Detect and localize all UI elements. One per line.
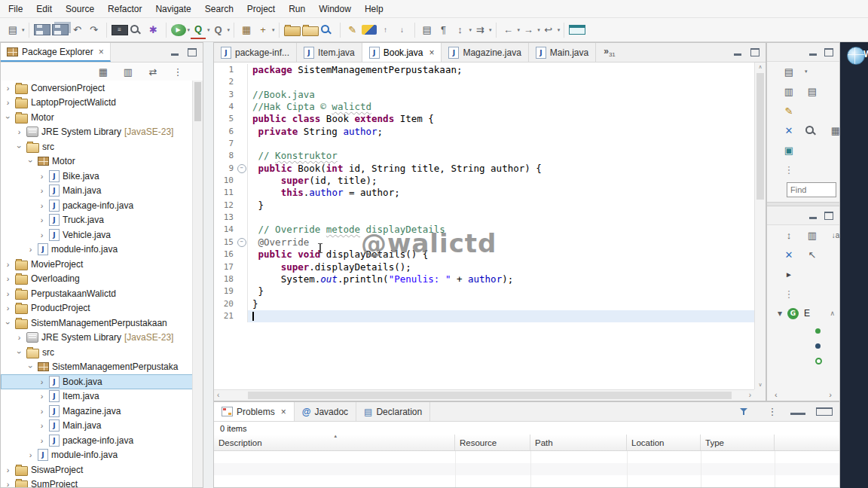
tree-item-src[interactable]: ›src <box>1 345 193 360</box>
search-icon[interactable] <box>130 24 145 35</box>
filter-icon[interactable] <box>739 407 754 416</box>
run-icon[interactable]: ▶ <box>171 24 186 36</box>
code-line[interactable]: 10 super(id, title); <box>214 175 754 187</box>
dropdown-arrow-icon[interactable]: ▾ <box>272 27 275 33</box>
close-view-icon[interactable]: × <box>281 407 286 417</box>
fold-collapse-icon[interactable]: − <box>237 164 246 173</box>
dropdown-arrow-icon[interactable]: ▾ <box>469 27 472 33</box>
tree-item-motor[interactable]: ›Motor <box>1 154 193 169</box>
column-header-type[interactable]: Type <box>701 435 775 450</box>
chevron-collapsed-icon[interactable]: › <box>26 245 35 254</box>
edit-pen-icon[interactable]: ✎ <box>781 102 796 119</box>
dropdown-arrow-icon[interactable]: ▾ <box>207 27 210 33</box>
code-text[interactable] <box>248 310 754 322</box>
dropdown-arrow-icon[interactable]: ▾ <box>518 27 521 33</box>
columns-icon[interactable]: ▥ <box>805 227 820 243</box>
editor-tab-item-java[interactable]: JItem.java <box>297 43 362 62</box>
minimize-icon[interactable] <box>809 217 817 219</box>
editor-vertical-scrollbar[interactable]: ∧∨ <box>754 63 766 389</box>
code-text[interactable]: //Hak Cipta © walictd <box>248 101 754 113</box>
tree-item-vehicle-java[interactable]: ›JVehicle.java <box>1 227 193 242</box>
minimize-icon[interactable] <box>171 53 179 56</box>
fold-collapse-icon[interactable]: − <box>237 238 246 247</box>
code-text[interactable]: super(id, title); <box>248 175 754 187</box>
chevron-collapsed-icon[interactable]: › <box>15 333 23 342</box>
tree-item-module-info-java[interactable]: ›Jmodule-info.java <box>1 242 193 258</box>
code-line[interactable]: 8 // Konstruktor <box>214 150 754 162</box>
menu-file[interactable]: File <box>2 2 29 17</box>
editor-tab-magazine-java[interactable]: JMagazine.java <box>442 43 528 62</box>
chevron-collapsed-icon[interactable]: › <box>38 186 46 195</box>
chevron-collapsed-icon[interactable]: › <box>38 436 46 445</box>
chevron-down-icon[interactable]: ▾ <box>778 308 782 319</box>
tree-item-sistemmanagementperpustaka[interactable]: ›SistemManagementPerpustaka <box>1 360 193 375</box>
code-text[interactable]: // Konstruktor <box>248 150 754 162</box>
dropdown-arrow-icon[interactable]: ▾ <box>537 27 540 33</box>
profile-icon[interactable]: Q <box>211 22 226 38</box>
save-all-icon[interactable] <box>52 24 69 35</box>
minimize-icon[interactable] <box>734 53 741 56</box>
back-icon[interactable]: ← <box>501 22 516 38</box>
code-text[interactable]: public void displayDetails() { <box>248 249 754 261</box>
tab-overflow-indicator[interactable]: »31 <box>604 46 616 58</box>
scroll-right-icon[interactable]: › <box>829 390 832 399</box>
delete-icon[interactable]: ✕ <box>781 122 796 139</box>
code-text[interactable]: } <box>248 200 754 212</box>
tree-item-sumproject[interactable]: ›SumProject <box>1 477 193 488</box>
sort-icon[interactable]: ↕ <box>781 227 796 243</box>
code-text[interactable]: System.out.println("Penulis: " + author)… <box>248 273 754 285</box>
code-line[interactable]: 9− public Book(int id, String title, Str… <box>214 163 754 175</box>
tree-item-sistemmanagementperpustakaan[interactable]: ›SistemManagementPerpustakaan <box>1 316 193 331</box>
rail-tree-item[interactable] <box>767 353 839 368</box>
column-header-path[interactable]: Path <box>530 435 627 450</box>
menu-help[interactable]: Help <box>358 2 390 17</box>
tree-item-jre-system-library-[interactable]: ›JRE System Library [JavaSE-23] <box>1 125 193 140</box>
drag-handle-icon[interactable]: ⋮ <box>781 161 796 178</box>
maximize-icon[interactable] <box>188 48 197 56</box>
code-line[interactable]: 16 public void displayDetails() { <box>214 249 754 261</box>
tree-item-jre-system-library-[interactable]: ›JRE System Library [JavaSE-23] <box>1 331 193 346</box>
tree-item-magazine-java[interactable]: ›JMagazine.java <box>1 404 193 419</box>
grid-small-icon[interactable]: ▦ <box>828 122 840 139</box>
globe-icon[interactable] <box>847 47 865 65</box>
save-icon[interactable] <box>34 24 50 35</box>
chevron-collapsed-icon[interactable]: › <box>4 480 12 487</box>
chevron-expanded-icon[interactable]: › <box>4 319 13 327</box>
select-arrow-icon[interactable]: ► <box>781 266 796 282</box>
view-tab-problems[interactable]: Problems× <box>214 402 295 421</box>
dropdown-arrow-icon[interactable]: ▾ <box>22 27 25 33</box>
chevron-collapsed-icon[interactable]: › <box>15 127 23 136</box>
code-line[interactable]: 7 <box>214 138 754 150</box>
code-line[interactable]: 15− @Override <box>214 236 754 249</box>
tree-item-productproject[interactable]: ›ProductProject <box>1 301 193 316</box>
import-icon[interactable]: ▣ <box>781 142 796 158</box>
minimize-icon[interactable] <box>790 413 805 415</box>
code-text[interactable]: super.displayDetails(); <box>248 261 754 273</box>
tree-item-laptopprojectwalictd[interactable]: ›LaptopProjectWalictd <box>1 96 193 111</box>
status-badge[interactable]: G <box>787 308 799 319</box>
undo-icon[interactable]: ↶ <box>70 22 85 38</box>
tree-item-main-java[interactable]: ›JMain.java <box>1 184 193 199</box>
code-line[interactable]: 11 this.author = author; <box>214 187 754 199</box>
chevron-collapsed-icon[interactable]: › <box>38 421 46 430</box>
chevron-expanded-icon[interactable]: › <box>15 142 24 151</box>
open-console-icon[interactable]: ≡ <box>112 25 128 35</box>
chevron-expanded-icon[interactable]: › <box>4 113 13 121</box>
menu-project[interactable]: Project <box>240 2 282 17</box>
menu-window[interactable]: Window <box>312 2 358 17</box>
dropdown-arrow-icon[interactable]: ▾ <box>188 27 191 33</box>
chevron-collapsed-icon[interactable]: › <box>4 84 12 93</box>
code-text[interactable]: @Override <box>248 236 754 249</box>
maximize-icon[interactable] <box>824 48 833 56</box>
last-edit-location-icon[interactable]: ↩ <box>541 22 556 38</box>
tree-item-conversionproject[interactable]: ›ConversionProject <box>1 81 193 96</box>
code-line[interactable]: 14 // Override metode displayDetails <box>214 224 754 236</box>
maximize-icon[interactable] <box>750 48 760 56</box>
problems-table-body[interactable] <box>214 451 839 487</box>
chevron-collapsed-icon[interactable]: › <box>38 407 46 416</box>
code-text[interactable]: public class Book extends Item { <box>248 113 754 125</box>
editor-horizontal-scrollbar[interactable]: ‹› <box>214 389 754 401</box>
chevron-collapsed-icon[interactable]: › <box>38 172 46 181</box>
maximize-icon[interactable] <box>816 407 833 416</box>
code-line[interactable]: 6 private String author; <box>214 126 754 138</box>
